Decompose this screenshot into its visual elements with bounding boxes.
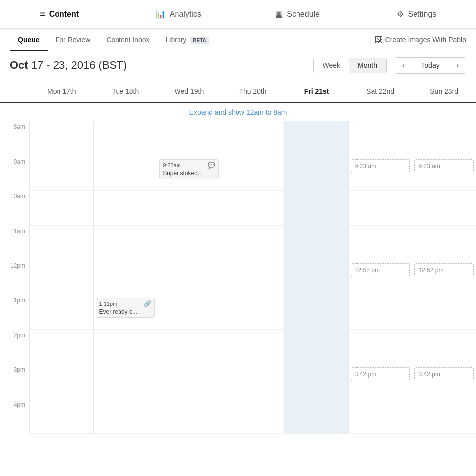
cell-mon-3pm[interactable] [30,364,94,399]
cell-wed-11am[interactable] [157,226,221,260]
chevron-left-icon: ‹ [402,61,405,69]
cell-thu-4pm[interactable] [221,399,285,434]
content-icon: ≡ [40,9,45,19]
cell-fri-11am[interactable] [285,226,349,260]
cell-wed-12pm[interactable] [157,260,221,295]
pablo-icon: 🖼 [374,35,382,44]
nav-item-analytics[interactable]: 📊 Analytics [119,0,238,28]
cell-sun-2pm[interactable] [412,330,476,364]
cell-thu-2pm[interactable] [221,330,285,364]
placeholder-sat-12pm[interactable]: 12:52 pm [351,263,410,277]
next-date-btn[interactable]: › [449,58,466,73]
cell-fri-3pm[interactable] [285,364,349,399]
cell-sat-3pm[interactable]: 3:42 pm [349,364,413,399]
cell-wed-8am[interactable] [157,121,221,156]
event-time-tue: 1:11pm 🔗 [99,300,152,307]
time-label-2pm: 2pm [0,330,30,364]
cell-tue-12pm[interactable] [94,260,158,295]
cell-tue-2pm[interactable] [94,330,158,364]
placeholder-sun-12pm[interactable]: 12:52 pm [414,263,474,277]
cell-sun-1pm[interactable] [412,295,476,330]
cell-thu-10am[interactable] [221,191,285,226]
cell-fri-9am[interactable] [285,156,349,191]
today-btn[interactable]: Today [412,58,449,73]
cell-wed-4pm[interactable] [157,399,221,434]
cell-thu-12pm[interactable] [221,260,285,295]
placeholder-sun-9am[interactable]: 9:23 am [414,159,474,173]
event-wed-9am[interactable]: 9:23am 💬 Super stoked... [159,159,219,179]
cell-sun-9am[interactable]: 9:23 am [412,156,476,191]
cell-sat-1pm[interactable] [349,295,413,330]
cell-thu-11am[interactable] [221,226,285,260]
cell-sat-11am[interactable] [349,226,413,260]
cell-tue-8am[interactable] [94,121,158,156]
schedule-icon: ▦ [275,9,283,19]
cell-fri-2pm[interactable] [285,330,349,364]
cell-sun-8am[interactable] [412,121,476,156]
cell-sat-2pm[interactable] [349,330,413,364]
cell-wed-1pm[interactable] [157,295,221,330]
cell-sat-9am[interactable]: 9:23 am [349,156,413,191]
cell-tue-4pm[interactable] [94,399,158,434]
cell-sat-10am[interactable] [349,191,413,226]
time-label-10am: 10am [0,191,30,226]
time-label-12pm: 12pm [0,260,30,295]
cell-mon-9am[interactable] [30,156,94,191]
cell-thu-8am[interactable] [221,121,285,156]
cell-sat-4pm[interactable] [349,399,413,434]
cell-sun-11am[interactable] [412,226,476,260]
cell-fri-10am[interactable] [285,191,349,226]
cell-mon-4pm[interactable] [30,399,94,434]
cell-sun-4pm[interactable] [412,399,476,434]
nav-item-schedule[interactable]: ▦ Schedule [238,0,357,28]
day-headers-row: Mon 17th Tue 18th Wed 19th Thu 20th Fri … [0,80,476,103]
event-text-tue: Ever ready c... [99,308,152,315]
month-view-btn[interactable]: Month [349,58,386,73]
cell-tue-9am[interactable] [94,156,158,191]
subnav-library[interactable]: Library BETA [158,29,217,51]
time-label-8am: 8am [0,121,30,156]
pablo-link[interactable]: 🖼 Create Images With Pablo [374,35,466,44]
nav-item-settings[interactable]: ⚙ Settings [357,0,476,28]
prev-date-btn[interactable]: ‹ [395,58,412,73]
cell-fri-8am[interactable] [285,121,349,156]
cell-mon-8am[interactable] [30,121,94,156]
cell-tue-11am[interactable] [94,226,158,260]
cell-mon-1pm[interactable] [30,295,94,330]
cell-sat-12pm[interactable]: 12:52 pm [349,260,413,295]
placeholder-sat-3pm[interactable]: 3:42 pm [351,367,410,381]
cell-fri-1pm[interactable] [285,295,349,330]
cell-mon-12pm[interactable] [30,260,94,295]
cell-thu-3pm[interactable] [221,364,285,399]
placeholder-sat-9am[interactable]: 9:23 am [351,159,410,173]
cell-wed-9am[interactable]: 9:23am 💬 Super stoked... [157,156,221,191]
cell-mon-2pm[interactable] [30,330,94,364]
sub-nav: Queue For Review Content Inbox Library B… [0,29,476,51]
cell-sun-12pm[interactable]: 12:52 pm [412,260,476,295]
cell-mon-11am[interactable] [30,226,94,260]
cell-sun-10am[interactable] [412,191,476,226]
week-view-btn[interactable]: Week [314,58,350,73]
nav-item-content[interactable]: ≡ Content [0,0,119,28]
subnav-content-inbox[interactable]: Content Inbox [98,29,157,51]
cell-tue-1pm[interactable]: 1:11pm 🔗 Ever ready c... [94,295,158,330]
cell-wed-10am[interactable] [157,191,221,226]
expand-row[interactable]: Expand and show 12am to 8am [0,103,476,121]
cell-sat-8am[interactable] [349,121,413,156]
event-tue-1pm[interactable]: 1:11pm 🔗 Ever ready c... [96,298,155,318]
cell-wed-2pm[interactable] [157,330,221,364]
cell-mon-10am[interactable] [30,191,94,226]
subnav-for-review[interactable]: For Review [48,29,99,51]
cell-fri-4pm[interactable] [285,399,349,434]
day-header-sat: Sat 22nd [349,80,413,102]
cell-thu-9am[interactable] [221,156,285,191]
placeholder-sun-3pm[interactable]: 3:42 pm [414,367,474,381]
day-header-tue: Tue 18th [94,80,158,102]
subnav-queue[interactable]: Queue [10,29,48,51]
cell-fri-12pm[interactable] [285,260,349,295]
cell-tue-10am[interactable] [94,191,158,226]
cell-tue-3pm[interactable] [94,364,158,399]
cell-sun-3pm[interactable]: 3:42 pm [412,364,476,399]
cell-wed-3pm[interactable] [157,364,221,399]
cell-thu-1pm[interactable] [221,295,285,330]
